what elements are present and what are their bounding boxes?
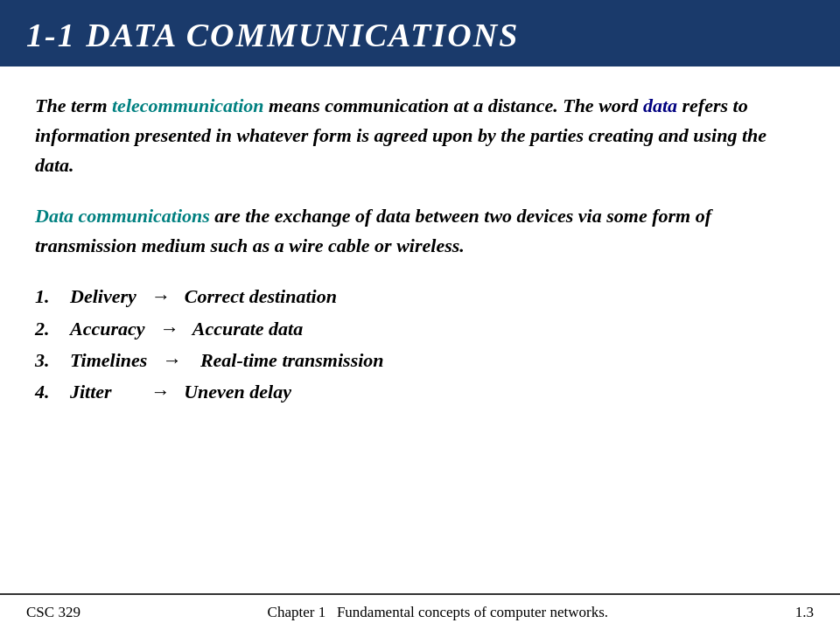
list-section: 1. Delivery → Correct destination 2. Acc… — [35, 282, 805, 408]
list-num-2: 2. — [35, 314, 70, 344]
paragraph-1: The term telecommunication means communi… — [35, 91, 805, 180]
main-content: The term telecommunication means communi… — [0, 66, 840, 593]
footer-chapter-num: 1 — [318, 604, 326, 620]
list-item: 1. Delivery → Correct destination — [35, 282, 805, 312]
list-content-2: Accuracy → Accurate data — [70, 314, 805, 344]
list-content-1: Delivery → Correct destination — [70, 282, 805, 312]
slide-container: 1-1 DATA COMMUNICATIONS The term telecom… — [0, 0, 840, 630]
para1-part2: means communication at a distance. The w… — [264, 94, 643, 116]
footer-chapter-desc: Fundamental concepts of computer network… — [337, 604, 608, 620]
slide-title: 1-1 DATA COMMUNICATIONS — [26, 17, 519, 53]
para2-highlight1: Data communications — [35, 205, 210, 227]
footer-slide-num: 1.3 — [795, 604, 814, 621]
list-item: 2. Accuracy → Accurate data — [35, 314, 805, 344]
slide-header: 1-1 DATA COMMUNICATIONS — [0, 0, 840, 66]
list-num-4: 4. — [35, 377, 70, 407]
list-item: 4. Jitter → Uneven delay — [35, 377, 805, 407]
para1-part1: The term — [35, 94, 112, 116]
para1-highlight1: telecommunication — [112, 94, 264, 116]
slide-footer: CSC 329 Chapter 1 Fundamental concepts o… — [0, 593, 840, 630]
footer-chapter-label: Chapter — [268, 604, 315, 620]
list-item: 3. Timelines → Real-time transmission — [35, 346, 805, 375]
footer-chapter-info: Chapter 1 Fundamental concepts of comput… — [98, 604, 778, 621]
para1-highlight2: data — [643, 94, 677, 116]
list-content-4: Jitter → Uneven delay — [70, 377, 805, 407]
list-num-3: 3. — [35, 346, 70, 375]
footer-course: CSC 329 — [26, 604, 80, 621]
paragraph-2: Data communications are the exchange of … — [35, 201, 805, 261]
list-content-3: Timelines → Real-time transmission — [70, 346, 805, 375]
list-num-1: 1. — [35, 282, 70, 312]
